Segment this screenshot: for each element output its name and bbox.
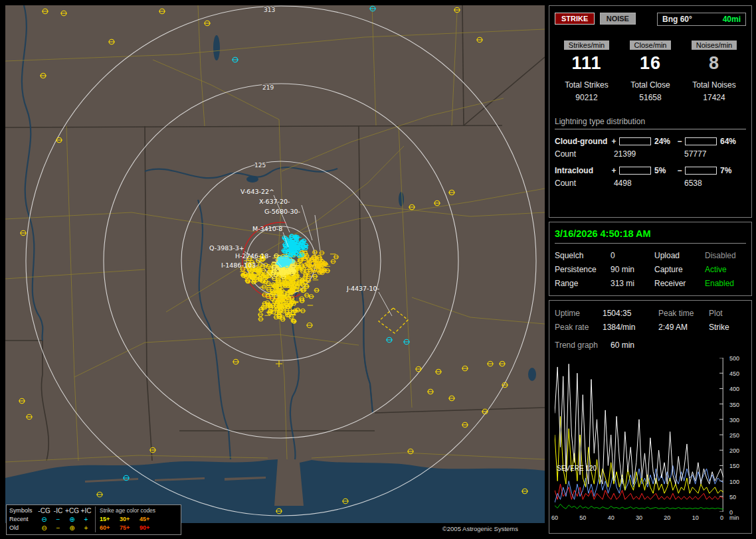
count-label: Count: [555, 179, 605, 188]
close-column: Close/min 16 Total Close 51658: [618, 40, 682, 102]
y-tick-label: 150: [729, 463, 739, 469]
persistence-value: 90 min: [611, 265, 654, 274]
ic-negative-pct: 7%: [719, 166, 742, 175]
lightning-map[interactable]: V-643-22^X-637-20-G-5680-30-M-3410-8Q-39…: [5, 5, 545, 523]
upload-status: Disabled: [705, 251, 746, 260]
legend-symbol-icon: −: [51, 524, 65, 532]
storm-cell-label: M-3410-8: [252, 225, 282, 232]
y-axis-labels: 500450400350300250200150100500: [727, 358, 749, 512]
x-tick-label: 10: [692, 514, 699, 521]
plus-sign: +: [611, 166, 617, 175]
plot-mode-value: Strike: [709, 323, 746, 332]
legend-row-old: Old⊖−⊕+60+75+90+: [9, 524, 178, 532]
y-tick-label: 300: [729, 417, 739, 424]
receiver-status: Enabled: [705, 279, 746, 288]
x-tick-label: 60: [551, 514, 558, 521]
distribution-title: Lightning type distribution: [555, 117, 746, 129]
total-close-label: Total Close: [618, 80, 682, 90]
count-label: Count: [555, 149, 605, 159]
map-canvas[interactable]: V-643-22^X-637-20-G-5680-30-M-3410-8Q-39…: [5, 5, 545, 523]
ic-positive-bar: [619, 167, 651, 175]
legend-header-row: Symbols -CG -IC +CG +IC Strike age color…: [9, 506, 178, 515]
legend-symbol-icon: ⊕: [65, 515, 79, 524]
intracloud-label: Intracloud: [555, 166, 611, 175]
cg-positive-bar: [619, 137, 651, 145]
cg-negative-count: 57777: [676, 149, 746, 159]
bearing-label: Bng 60°: [662, 15, 692, 24]
x-axis-unit: min: [729, 514, 739, 521]
trend-series-intracloud: [555, 504, 723, 509]
y-tick-label: 200: [729, 447, 739, 454]
peak-rate-label: Peak rate: [555, 323, 603, 332]
x-tick-label: 20: [664, 514, 670, 521]
receiver-label: Receiver: [654, 279, 705, 288]
ic-positive-pct: 5%: [653, 166, 676, 175]
legend-age-header: Strike age color codes: [95, 506, 178, 515]
ic-positive-count: 4498: [605, 179, 676, 188]
legend-symbol-icon: ⊕: [65, 524, 79, 532]
legend-symbol-icon: +: [79, 524, 93, 532]
close-per-min-label: Close/min: [630, 40, 672, 50]
age-code-value: 60+: [100, 524, 120, 532]
status-grid: Squelch 0 Upload Disabled Persistence 90…: [555, 248, 746, 290]
minus-sign: −: [676, 166, 683, 175]
range-value: 313 mi: [611, 279, 654, 288]
strikes-rate-value: 111: [555, 53, 618, 74]
cloud-ground-row: Cloud-ground + 24% − 64%: [555, 137, 746, 146]
peak-time-value: 2:49 AM: [658, 323, 709, 332]
total-strikes-label: Total Strikes: [555, 80, 618, 90]
trend-chart-canvas: [555, 358, 723, 512]
legend-age-codes: 60+75+90+: [95, 524, 178, 532]
legend-symbols-header: Symbols: [9, 506, 37, 515]
noises-column: Noises/min 8 Total Noises 17424: [682, 40, 746, 102]
range-label: Range: [555, 279, 611, 288]
noise-indicator[interactable]: NOISE: [600, 13, 636, 25]
status-row-range: Range 313 mi Receiver Enabled: [555, 276, 746, 290]
noises-per-min-label: Noises/min: [692, 40, 737, 50]
storm-cell-label: I-1486-103-: [221, 262, 258, 269]
peak-time-label: Peak time: [658, 309, 709, 318]
x-tick-label: 30: [636, 514, 642, 521]
uptime-value: 1504:35: [603, 309, 658, 318]
peak-rate-value: 1384/min: [603, 323, 658, 332]
age-code-value: 45+: [140, 515, 159, 524]
severe-annotation: SEVERE 120: [557, 465, 597, 472]
trend-window-value[interactable]: 60 min: [611, 341, 634, 350]
counters-panel: STRIKE NOISE Bng 60° 40mi Strikes/min 11…: [549, 5, 752, 218]
app-window: V-643-22^X-637-20-G-5680-30-M-3410-8Q-39…: [0, 0, 756, 539]
range-ring-label: 125: [254, 162, 266, 169]
storm-cell-label: H-2746-18-: [235, 252, 271, 260]
y-tick-label: 500: [729, 355, 739, 362]
cg-negative-pct: 64%: [719, 137, 742, 146]
plus-sign: +: [611, 137, 617, 146]
age-code-value: 90+: [140, 524, 159, 532]
persistence-label: Persistence: [555, 265, 611, 274]
trend-panel: Uptime 1504:35 Peak time Plot Peak rate …: [549, 300, 752, 534]
legend-symbol-icon: −: [51, 515, 65, 524]
status-panel: 3/16/2026 4:50:18 AM Squelch 0 Upload Di…: [549, 222, 752, 296]
status-row-persistence: Persistence 90 min Capture Active: [555, 262, 746, 276]
rate-columns: Strikes/min 111 Total Strikes 90212 Clos…: [555, 40, 746, 102]
uptime-label: Uptime: [555, 309, 603, 318]
y-tick-label: 50: [729, 494, 736, 501]
trend-row: Trend graph 60 min: [555, 339, 746, 351]
cloud-ground-count-row: Count 21399 57777: [555, 149, 746, 159]
legend-age-label: Recent: [9, 515, 37, 524]
storm-cell-label: V-643-22^: [240, 188, 274, 195]
legend-cg-neg-header: -CG: [37, 506, 51, 515]
legend-ic-neg-header: -IC: [51, 506, 65, 515]
perf-row-2: Peak rate 1384/min 2:49 AM Strike: [555, 320, 746, 334]
cg-positive-count: 21399: [605, 149, 676, 159]
age-code-value: 30+: [120, 515, 140, 524]
bearing-box[interactable]: Bng 60° 40mi: [657, 13, 746, 26]
ic-negative-count: 6538: [676, 179, 746, 188]
age-code-value: 15+: [100, 515, 120, 524]
y-tick-label: 250: [729, 432, 739, 439]
total-noises-label: Total Noises: [682, 80, 746, 90]
legend-age-label: Old: [9, 524, 37, 532]
sidebar: STRIKE NOISE Bng 60° 40mi Strikes/min 11…: [549, 5, 752, 538]
squelch-value: 0: [611, 251, 654, 260]
strike-indicator[interactable]: STRIKE: [555, 13, 595, 25]
strikes-per-min-label: Strikes/min: [564, 40, 609, 50]
x-tick-label: 0: [720, 514, 723, 521]
